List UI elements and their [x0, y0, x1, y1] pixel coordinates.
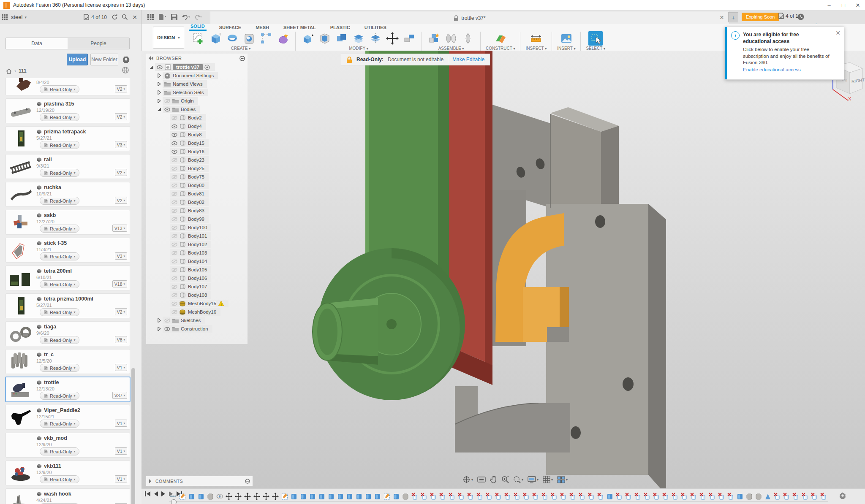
item-version-dropdown[interactable]: V1▾ — [115, 364, 127, 371]
tree-arrow-icon[interactable] — [156, 325, 163, 332]
model-3d-view[interactable] — [141, 51, 865, 504]
make-editable-link[interactable]: Make Editable — [452, 57, 484, 62]
project-item-prizma-tetrapack[interactable]: prizma tetrapack 5/27/21 Read-Only▾ V3▾ — [5, 126, 130, 151]
clock-icon[interactable] — [796, 12, 806, 22]
revolve-icon[interactable] — [225, 31, 239, 46]
construct-plane-icon[interactable] — [493, 31, 508, 46]
timeline-settings-gear-icon[interactable] — [839, 492, 846, 500]
align-icon[interactable] — [402, 31, 416, 46]
sketch-feature-icon[interactable] — [281, 492, 288, 501]
item-version-dropdown[interactable]: V2▾ — [115, 308, 127, 315]
select-tool-icon[interactable] — [588, 31, 603, 46]
suppressed-feature-icon[interactable] — [718, 492, 725, 501]
suppressed-feature-icon[interactable] — [773, 492, 781, 501]
visibility-eye-icon[interactable] — [164, 106, 171, 113]
item-access-dropdown[interactable]: Read-Only▾ — [40, 447, 79, 455]
tree-arrow-icon[interactable] — [156, 98, 163, 104]
suppressed-feature-icon[interactable] — [541, 492, 549, 501]
tree-node-body80[interactable]: Body80 — [146, 181, 248, 190]
tree-node-meshbody15[interactable]: MeshBody15! — [146, 299, 248, 308]
collapse-panel-icon[interactable] — [149, 56, 154, 60]
visibility-eye-icon[interactable] — [171, 199, 178, 206]
undo-icon[interactable] — [181, 12, 191, 22]
item-version-dropdown[interactable]: V2▾ — [115, 85, 127, 92]
ribbon-tab-surface[interactable]: SURFACE — [218, 24, 243, 31]
project-item-sskb[interactable]: sskb 12/27/20 Read-Only▾ V13▾ — [5, 210, 130, 235]
project-item-wash-hook[interactable]: wash hook 4/24/21 Read-Only▾ V2▾ — [5, 488, 130, 504]
project-item-plastina-315[interactable]: plastina 315 12/19/20 Read-Only▾ V2▾ — [5, 98, 130, 123]
ribbon-tab-solid[interactable]: SOLID — [189, 23, 207, 31]
visibility-eye-icon[interactable] — [171, 292, 178, 298]
measure-icon[interactable] — [529, 31, 543, 46]
form-feature-icon[interactable] — [745, 492, 753, 501]
extrude-icon[interactable] — [208, 31, 223, 46]
display-settings-icon[interactable] — [239, 56, 245, 61]
zoom-icon[interactable] — [501, 476, 509, 483]
item-version-dropdown[interactable]: V1▾ — [115, 420, 127, 427]
visibility-eye-icon[interactable] — [171, 190, 178, 197]
tree-node-bodies[interactable]: Bodies — [146, 105, 248, 114]
suppressed-feature-icon[interactable] — [476, 492, 484, 501]
activate-component-radio[interactable] — [204, 64, 211, 70]
suppressed-feature-icon[interactable] — [550, 492, 558, 501]
tree-node-named-views[interactable]: Named Views — [146, 80, 248, 88]
item-version-dropdown[interactable]: V8▾ — [115, 336, 127, 343]
suppressed-feature-icon[interactable] — [671, 492, 679, 501]
extrude-feature-icon[interactable] — [355, 492, 363, 501]
comments-bar[interactable]: COMMENTS — [146, 476, 253, 486]
tree-node-body102[interactable]: Body102 — [146, 240, 248, 249]
project-item-tiaga[interactable]: tiaga 9/6/20 Read-Only▾ V8▾ — [5, 321, 130, 346]
app-grid-icon[interactable] — [0, 12, 10, 22]
ribbon-group-label[interactable]: INSPECT ▾ — [525, 46, 547, 51]
ribbon-group-label[interactable]: INSERT ▾ — [557, 46, 575, 51]
project-item-tetra-prizma-1000ml[interactable]: tetra prizma 1000ml 5/27/21 Read-Only▾ V… — [5, 293, 130, 318]
visibility-eye-icon[interactable] — [171, 258, 178, 265]
display-settings-icon[interactable] — [245, 479, 250, 484]
item-version-dropdown[interactable]: V1▾ — [115, 447, 127, 455]
move-feature-icon[interactable] — [272, 492, 279, 501]
suppressed-feature-icon[interactable] — [513, 492, 521, 501]
ribbon-group-label[interactable]: ASSEMBLE ▾ — [438, 46, 464, 51]
suppressed-feature-icon[interactable] — [653, 492, 660, 501]
minimize-button[interactable]: – — [822, 0, 836, 10]
item-version-dropdown[interactable]: V3▾ — [115, 141, 127, 148]
project-item-trottle[interactable]: trottle 12/13/20 Read-Only▾ V37▾ — [5, 377, 130, 402]
tree-node-body99[interactable]: Body99 — [146, 215, 248, 223]
item-version-dropdown[interactable]: V18▾ — [112, 280, 127, 287]
item-access-dropdown[interactable]: Read-Only▾ — [40, 225, 79, 233]
project-selector[interactable]: steel — [11, 14, 22, 20]
press-pull-icon[interactable] — [301, 31, 315, 46]
suppressed-feature-icon[interactable] — [708, 492, 716, 501]
move-feature-icon[interactable] — [225, 492, 233, 501]
visibility-eye-icon[interactable] — [171, 300, 178, 307]
ribbon-group-label[interactable]: CONSTRUCT ▾ — [486, 46, 515, 51]
tree-node-construction[interactable]: Construction — [146, 325, 248, 333]
ribbon-group-label[interactable]: MODIFY ▾ — [349, 46, 368, 51]
file-menu-icon[interactable] — [157, 12, 167, 22]
refresh-icon[interactable] — [109, 12, 120, 22]
extrude-feature-icon[interactable] — [299, 492, 307, 501]
suppressed-feature-icon[interactable] — [560, 492, 567, 501]
suppressed-feature-icon[interactable] — [588, 492, 595, 501]
form-feature-icon[interactable] — [402, 492, 409, 501]
visibility-eye-icon[interactable] — [171, 114, 178, 121]
visibility-eye-icon[interactable] — [171, 233, 178, 239]
visibility-eye-icon[interactable] — [171, 224, 178, 231]
tree-node-body100[interactable]: Body100 — [146, 223, 248, 232]
suppressed-feature-icon[interactable] — [597, 492, 604, 501]
ribbon-tab-mesh[interactable]: MESH — [254, 24, 271, 31]
tree-node-body2[interactable]: Body2 — [146, 114, 248, 122]
sketch-feature-icon[interactable] — [383, 492, 391, 501]
visibility-eye-icon[interactable] — [171, 241, 178, 248]
extrude-feature-icon[interactable] — [374, 492, 381, 501]
form-icon[interactable] — [276, 31, 290, 46]
workspace-switcher[interactable]: DESIGN ▾ — [153, 27, 184, 49]
extrude-feature-icon[interactable] — [364, 492, 372, 501]
visibility-eye-icon[interactable] — [171, 123, 178, 130]
project-item-rail[interactable]: rail 9/3/21 Read-Only▾ V2▾ — [5, 154, 130, 179]
item-access-dropdown[interactable]: Read-Only▾ — [40, 420, 79, 428]
suppressed-feature-icon[interactable] — [504, 492, 511, 501]
extrude-feature-icon[interactable] — [337, 492, 344, 501]
move-feature-icon[interactable] — [234, 492, 242, 501]
project-item-clipped[interactable]: 8/4/20 Read-Only▾ V2▾ — [5, 78, 130, 95]
